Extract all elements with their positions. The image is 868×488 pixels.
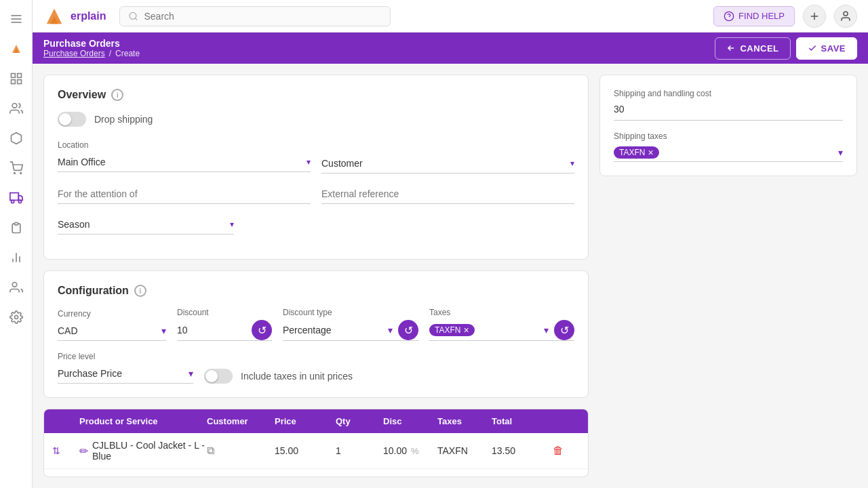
- section-header: Purchase Orders Purchase Orders / Create…: [33, 33, 868, 64]
- user-icon: [840, 10, 852, 22]
- cancel-button[interactable]: CANCEL: [715, 37, 790, 60]
- product-name-1: CJLBLU - Cool Jacket - L - Blue: [92, 440, 207, 462]
- search-input[interactable]: [144, 11, 382, 22]
- save-button[interactable]: SAVE: [796, 37, 857, 60]
- qty-1: 1: [336, 445, 341, 456]
- sidebar-item-contacts[interactable]: [4, 96, 28, 121]
- price-1: 15.00: [275, 445, 298, 456]
- taxes-refresh-button[interactable]: ↺: [554, 320, 574, 340]
- svg-point-20: [12, 283, 17, 287]
- find-help-button[interactable]: FIND HELP: [713, 6, 795, 26]
- total-1: 13.50: [492, 445, 515, 456]
- overview-card: Overview i Drop shipping Location Main O: [43, 75, 589, 260]
- discount-refresh-button[interactable]: ↺: [252, 320, 272, 340]
- breadcrumb-purchase-orders[interactable]: Purchase Orders: [43, 49, 105, 58]
- currency-chevron-icon: ▾: [161, 325, 166, 336]
- location-chevron-icon: ▾: [307, 157, 311, 167]
- shipping-taxes-remove-button[interactable]: ×: [648, 148, 653, 157]
- svg-rect-6: [17, 74, 21, 78]
- topbar-right: FIND HELP: [713, 5, 857, 28]
- sidebar: [0, 0, 33, 488]
- shipping-cost-value: 30: [614, 101, 843, 121]
- search-box[interactable]: [119, 6, 391, 26]
- drop-shipping-toggle[interactable]: [58, 112, 86, 127]
- svg-line-25: [136, 18, 138, 20]
- discount-label: Discount: [177, 308, 272, 317]
- price-level-chevron-icon: ▾: [189, 368, 193, 379]
- discount-type-field: Discount type Percentage ▾ ↺: [283, 308, 418, 341]
- currency-label: Currency: [58, 309, 166, 319]
- location-field: Location Main Office ▾: [58, 140, 311, 174]
- content-area: Overview i Drop shipping Location Main O: [33, 64, 868, 488]
- col-actions: [553, 416, 580, 426]
- season-select[interactable]: Season: [58, 215, 230, 234]
- table-row: ⇅ ✏ CP7 - Cool Pants - XS - Black ⧉ 20.0…: [44, 469, 588, 477]
- price-level-select[interactable]: Purchase Price: [58, 364, 186, 383]
- section-title: Purchase Orders: [43, 38, 140, 49]
- discount-type-label: Discount type: [283, 308, 418, 317]
- table-header: Product or Service Customer Price Qty Di…: [44, 409, 588, 433]
- drop-shipping-label: Drop shipping: [94, 114, 153, 125]
- content-left: Overview i Drop shipping Location Main O: [43, 75, 589, 477]
- sort-icon-1[interactable]: ⇅: [52, 445, 60, 456]
- attention-extref-row: [58, 184, 574, 204]
- sidebar-item-products[interactable]: [4, 126, 28, 150]
- configuration-card: Configuration i Currency CAD ▾: [43, 270, 589, 398]
- taxes-tag-remove-button[interactable]: ×: [463, 325, 469, 335]
- attention-field: [58, 184, 311, 204]
- discount-input[interactable]: 10: [177, 321, 249, 340]
- sidebar-item-reports[interactable]: [4, 245, 28, 270]
- taxes-label: Taxes: [429, 308, 574, 317]
- col-qty: Qty: [336, 416, 383, 426]
- customer-field: Customer ▾: [321, 140, 574, 174]
- sidebar-item-menu[interactable]: [4, 7, 28, 31]
- attention-input[interactable]: [58, 184, 311, 204]
- sidebar-item-orders[interactable]: [4, 216, 28, 240]
- taxes-1: TAXFN: [437, 445, 468, 456]
- sidebar-item-purchase[interactable]: [4, 186, 28, 210]
- sidebar-item-team[interactable]: [4, 275, 28, 300]
- col-price: Price: [275, 416, 336, 426]
- location-customer-row: Location Main Office ▾ Customer: [58, 140, 574, 174]
- svg-point-21: [14, 316, 18, 319]
- svg-rect-5: [11, 74, 15, 78]
- svg-point-24: [130, 12, 136, 19]
- drop-shipping-row: Drop shipping: [58, 112, 574, 127]
- sidebar-item-sales[interactable]: [4, 156, 28, 180]
- customer-select[interactable]: Customer: [321, 154, 570, 173]
- discount-field: Discount 10 ↺: [177, 308, 272, 341]
- external-ref-input[interactable]: [321, 184, 574, 204]
- include-taxes-label: Include taxes in unit prices: [241, 371, 353, 382]
- logo: erplain: [43, 5, 106, 27]
- edit-icon-1[interactable]: ✏: [79, 445, 88, 458]
- table-row: ⇅ ✏ CJLBLU - Cool Jacket - L - Blue ⧉ 15…: [44, 433, 588, 469]
- delete-icon-1[interactable]: 🗑: [553, 445, 564, 457]
- col-disc: Disc: [383, 416, 437, 426]
- shipping-cost-label: Shipping and handling cost: [614, 89, 843, 98]
- col-total: Total: [492, 416, 553, 426]
- shipping-taxes-row: TAXFN × ▾: [614, 144, 843, 162]
- include-taxes-toggle[interactable]: [204, 369, 233, 384]
- logo-text: erplain: [71, 10, 106, 22]
- configuration-info-icon[interactable]: i: [134, 285, 146, 297]
- col-customer: Customer: [207, 416, 275, 426]
- svg-rect-8: [17, 80, 21, 84]
- configuration-title: Configuration i: [58, 285, 574, 297]
- svg-point-30: [844, 12, 848, 16]
- topbar: erplain FIND HELP: [33, 0, 868, 33]
- sidebar-item-settings[interactable]: [4, 305, 28, 329]
- user-button[interactable]: [834, 5, 857, 28]
- col-taxes: Taxes: [437, 416, 492, 426]
- product-name-2: CP7 - Cool Pants - XS - Black: [92, 476, 207, 477]
- location-select[interactable]: Main Office: [58, 152, 307, 171]
- overview-info-icon[interactable]: i: [111, 89, 123, 101]
- discount-type-select[interactable]: Percentage: [283, 321, 385, 340]
- sidebar-logo[interactable]: [4, 37, 28, 61]
- add-button[interactable]: [803, 5, 826, 28]
- copy-icon-1[interactable]: ⧉: [207, 445, 214, 457]
- col-sort: [52, 416, 79, 426]
- price-level-field: Price level Purchase Price ▾: [58, 352, 193, 384]
- currency-select[interactable]: CAD: [58, 321, 159, 340]
- discount-type-refresh-button[interactable]: ↺: [398, 320, 418, 340]
- sidebar-item-dashboard[interactable]: [4, 66, 28, 91]
